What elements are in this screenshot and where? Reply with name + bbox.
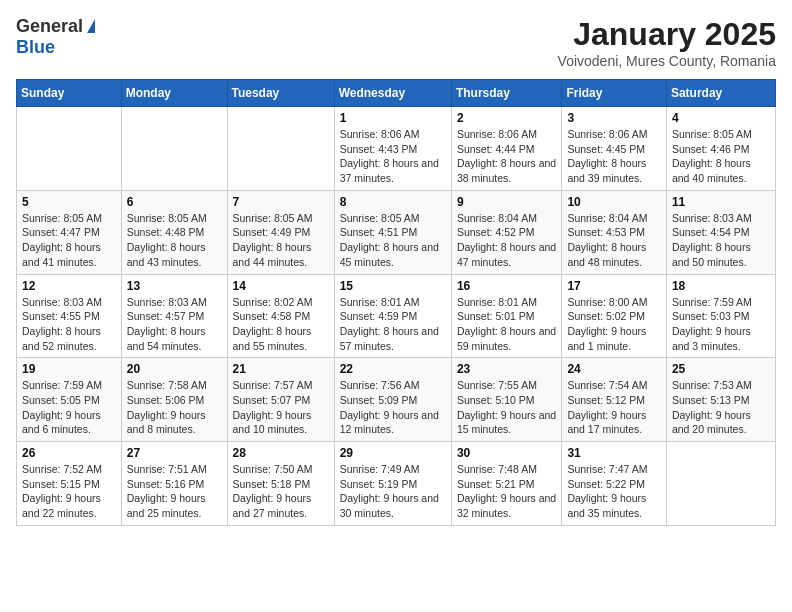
weekday-header-wednesday: Wednesday bbox=[334, 80, 451, 107]
day-info: Sunrise: 8:06 AM Sunset: 4:43 PM Dayligh… bbox=[340, 127, 446, 186]
day-number: 2 bbox=[457, 111, 557, 125]
day-number: 8 bbox=[340, 195, 446, 209]
calendar-cell: 3Sunrise: 8:06 AM Sunset: 4:45 PM Daylig… bbox=[562, 107, 666, 191]
header-row: SundayMondayTuesdayWednesdayThursdayFrid… bbox=[17, 80, 776, 107]
calendar-cell: 29Sunrise: 7:49 AM Sunset: 5:19 PM Dayli… bbox=[334, 442, 451, 526]
day-info: Sunrise: 7:50 AM Sunset: 5:18 PM Dayligh… bbox=[233, 462, 329, 521]
day-info: Sunrise: 8:05 AM Sunset: 4:51 PM Dayligh… bbox=[340, 211, 446, 270]
weekday-header-friday: Friday bbox=[562, 80, 666, 107]
day-number: 31 bbox=[567, 446, 660, 460]
calendar-cell: 10Sunrise: 8:04 AM Sunset: 4:53 PM Dayli… bbox=[562, 190, 666, 274]
calendar-cell: 23Sunrise: 7:55 AM Sunset: 5:10 PM Dayli… bbox=[451, 358, 562, 442]
day-number: 12 bbox=[22, 279, 116, 293]
calendar-body: 1Sunrise: 8:06 AM Sunset: 4:43 PM Daylig… bbox=[17, 107, 776, 526]
calendar-cell: 17Sunrise: 8:00 AM Sunset: 5:02 PM Dayli… bbox=[562, 274, 666, 358]
logo: General Blue bbox=[16, 16, 95, 58]
day-number: 1 bbox=[340, 111, 446, 125]
day-number: 14 bbox=[233, 279, 329, 293]
day-number: 9 bbox=[457, 195, 557, 209]
calendar-table: SundayMondayTuesdayWednesdayThursdayFrid… bbox=[16, 79, 776, 526]
logo-triangle-icon bbox=[87, 19, 95, 33]
day-info: Sunrise: 7:58 AM Sunset: 5:06 PM Dayligh… bbox=[127, 378, 222, 437]
calendar-cell: 15Sunrise: 8:01 AM Sunset: 4:59 PM Dayli… bbox=[334, 274, 451, 358]
weekday-header-tuesday: Tuesday bbox=[227, 80, 334, 107]
day-info: Sunrise: 8:04 AM Sunset: 4:53 PM Dayligh… bbox=[567, 211, 660, 270]
calendar-cell: 24Sunrise: 7:54 AM Sunset: 5:12 PM Dayli… bbox=[562, 358, 666, 442]
day-number: 21 bbox=[233, 362, 329, 376]
calendar-cell: 8Sunrise: 8:05 AM Sunset: 4:51 PM Daylig… bbox=[334, 190, 451, 274]
day-number: 28 bbox=[233, 446, 329, 460]
day-number: 7 bbox=[233, 195, 329, 209]
day-number: 30 bbox=[457, 446, 557, 460]
day-number: 20 bbox=[127, 362, 222, 376]
calendar-cell: 30Sunrise: 7:48 AM Sunset: 5:21 PM Dayli… bbox=[451, 442, 562, 526]
day-number: 15 bbox=[340, 279, 446, 293]
day-info: Sunrise: 7:57 AM Sunset: 5:07 PM Dayligh… bbox=[233, 378, 329, 437]
day-info: Sunrise: 7:49 AM Sunset: 5:19 PM Dayligh… bbox=[340, 462, 446, 521]
calendar-cell: 21Sunrise: 7:57 AM Sunset: 5:07 PM Dayli… bbox=[227, 358, 334, 442]
calendar-cell: 19Sunrise: 7:59 AM Sunset: 5:05 PM Dayli… bbox=[17, 358, 122, 442]
day-number: 10 bbox=[567, 195, 660, 209]
day-info: Sunrise: 8:03 AM Sunset: 4:54 PM Dayligh… bbox=[672, 211, 770, 270]
day-number: 19 bbox=[22, 362, 116, 376]
calendar-cell: 18Sunrise: 7:59 AM Sunset: 5:03 PM Dayli… bbox=[666, 274, 775, 358]
day-info: Sunrise: 8:05 AM Sunset: 4:47 PM Dayligh… bbox=[22, 211, 116, 270]
weekday-header-saturday: Saturday bbox=[666, 80, 775, 107]
logo-general-text: General bbox=[16, 16, 83, 37]
logo-blue-text: Blue bbox=[16, 37, 55, 58]
day-number: 11 bbox=[672, 195, 770, 209]
day-number: 22 bbox=[340, 362, 446, 376]
calendar-cell: 28Sunrise: 7:50 AM Sunset: 5:18 PM Dayli… bbox=[227, 442, 334, 526]
day-info: Sunrise: 7:54 AM Sunset: 5:12 PM Dayligh… bbox=[567, 378, 660, 437]
day-info: Sunrise: 8:06 AM Sunset: 4:44 PM Dayligh… bbox=[457, 127, 557, 186]
calendar-cell: 20Sunrise: 7:58 AM Sunset: 5:06 PM Dayli… bbox=[121, 358, 227, 442]
calendar-cell: 7Sunrise: 8:05 AM Sunset: 4:49 PM Daylig… bbox=[227, 190, 334, 274]
day-info: Sunrise: 7:47 AM Sunset: 5:22 PM Dayligh… bbox=[567, 462, 660, 521]
calendar-cell: 27Sunrise: 7:51 AM Sunset: 5:16 PM Dayli… bbox=[121, 442, 227, 526]
calendar-week-5: 26Sunrise: 7:52 AM Sunset: 5:15 PM Dayli… bbox=[17, 442, 776, 526]
day-number: 16 bbox=[457, 279, 557, 293]
month-title: January 2025 bbox=[558, 16, 776, 53]
day-info: Sunrise: 8:01 AM Sunset: 4:59 PM Dayligh… bbox=[340, 295, 446, 354]
calendar-cell: 26Sunrise: 7:52 AM Sunset: 5:15 PM Dayli… bbox=[17, 442, 122, 526]
day-number: 17 bbox=[567, 279, 660, 293]
day-info: Sunrise: 7:52 AM Sunset: 5:15 PM Dayligh… bbox=[22, 462, 116, 521]
day-number: 25 bbox=[672, 362, 770, 376]
calendar-header: SundayMondayTuesdayWednesdayThursdayFrid… bbox=[17, 80, 776, 107]
calendar-cell: 12Sunrise: 8:03 AM Sunset: 4:55 PM Dayli… bbox=[17, 274, 122, 358]
calendar-cell: 13Sunrise: 8:03 AM Sunset: 4:57 PM Dayli… bbox=[121, 274, 227, 358]
calendar-cell: 22Sunrise: 7:56 AM Sunset: 5:09 PM Dayli… bbox=[334, 358, 451, 442]
day-info: Sunrise: 7:55 AM Sunset: 5:10 PM Dayligh… bbox=[457, 378, 557, 437]
day-number: 23 bbox=[457, 362, 557, 376]
day-info: Sunrise: 7:48 AM Sunset: 5:21 PM Dayligh… bbox=[457, 462, 557, 521]
title-block: January 2025 Voivodeni, Mures County, Ro… bbox=[558, 16, 776, 69]
calendar-cell: 9Sunrise: 8:04 AM Sunset: 4:52 PM Daylig… bbox=[451, 190, 562, 274]
day-number: 3 bbox=[567, 111, 660, 125]
calendar-cell: 1Sunrise: 8:06 AM Sunset: 4:43 PM Daylig… bbox=[334, 107, 451, 191]
day-info: Sunrise: 8:03 AM Sunset: 4:57 PM Dayligh… bbox=[127, 295, 222, 354]
day-info: Sunrise: 8:01 AM Sunset: 5:01 PM Dayligh… bbox=[457, 295, 557, 354]
calendar-week-1: 1Sunrise: 8:06 AM Sunset: 4:43 PM Daylig… bbox=[17, 107, 776, 191]
day-info: Sunrise: 8:00 AM Sunset: 5:02 PM Dayligh… bbox=[567, 295, 660, 354]
calendar-cell: 25Sunrise: 7:53 AM Sunset: 5:13 PM Dayli… bbox=[666, 358, 775, 442]
day-number: 29 bbox=[340, 446, 446, 460]
day-info: Sunrise: 8:06 AM Sunset: 4:45 PM Dayligh… bbox=[567, 127, 660, 186]
location-subtitle: Voivodeni, Mures County, Romania bbox=[558, 53, 776, 69]
day-info: Sunrise: 8:05 AM Sunset: 4:46 PM Dayligh… bbox=[672, 127, 770, 186]
day-info: Sunrise: 8:03 AM Sunset: 4:55 PM Dayligh… bbox=[22, 295, 116, 354]
weekday-header-monday: Monday bbox=[121, 80, 227, 107]
calendar-cell bbox=[666, 442, 775, 526]
day-number: 5 bbox=[22, 195, 116, 209]
calendar-week-2: 5Sunrise: 8:05 AM Sunset: 4:47 PM Daylig… bbox=[17, 190, 776, 274]
calendar-cell: 14Sunrise: 8:02 AM Sunset: 4:58 PM Dayli… bbox=[227, 274, 334, 358]
calendar-cell: 5Sunrise: 8:05 AM Sunset: 4:47 PM Daylig… bbox=[17, 190, 122, 274]
calendar-cell: 11Sunrise: 8:03 AM Sunset: 4:54 PM Dayli… bbox=[666, 190, 775, 274]
calendar-cell bbox=[227, 107, 334, 191]
page-header: General Blue January 2025 Voivodeni, Mur… bbox=[16, 16, 776, 69]
calendar-cell: 16Sunrise: 8:01 AM Sunset: 5:01 PM Dayli… bbox=[451, 274, 562, 358]
weekday-header-thursday: Thursday bbox=[451, 80, 562, 107]
day-info: Sunrise: 8:05 AM Sunset: 4:48 PM Dayligh… bbox=[127, 211, 222, 270]
day-info: Sunrise: 7:53 AM Sunset: 5:13 PM Dayligh… bbox=[672, 378, 770, 437]
day-info: Sunrise: 7:59 AM Sunset: 5:05 PM Dayligh… bbox=[22, 378, 116, 437]
day-number: 27 bbox=[127, 446, 222, 460]
